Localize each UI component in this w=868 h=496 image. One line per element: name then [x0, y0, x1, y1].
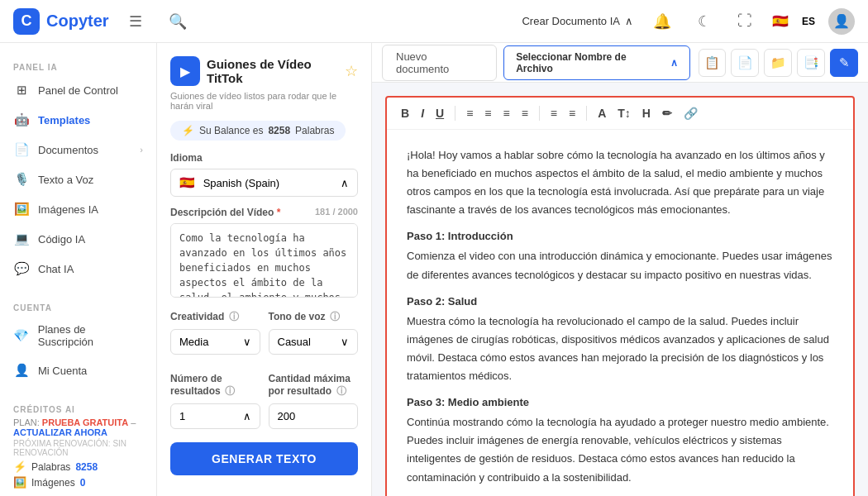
- char-count: 181 / 2000: [315, 207, 358, 217]
- pen-button[interactable]: ✏: [658, 104, 676, 122]
- heading-button[interactable]: H: [638, 104, 655, 122]
- num-results-info-icon: ⓘ: [225, 385, 235, 397]
- editor-wrapper: B I U ≡ ≡ ≡ ≡ ≡ ≡ A T↕ H ✏ 🔗: [372, 83, 868, 496]
- avatar[interactable]: 👤: [828, 8, 855, 35]
- chevron-down-icon: ∨: [243, 336, 251, 348]
- imagenes-icon: 🖼️: [13, 202, 30, 217]
- sidebar-label-planes: Planes de Suscripción: [38, 323, 143, 348]
- list-unordered-button[interactable]: ≡: [565, 104, 579, 122]
- font-size-button[interactable]: T↕: [613, 104, 635, 122]
- words-count-row: ⚡ Palabras 8258: [13, 460, 143, 473]
- format-separator-2: [539, 106, 540, 121]
- sidebar-item-planes[interactable]: 💎 Planes de Suscripción: [0, 316, 156, 355]
- align-right-button[interactable]: ≡: [498, 104, 513, 122]
- toolbar-folder-icon[interactable]: 📁: [764, 49, 792, 77]
- expand-icon[interactable]: ⛶: [731, 9, 759, 33]
- star-icon[interactable]: ☆: [345, 62, 358, 80]
- underline-button[interactable]: U: [432, 104, 448, 122]
- max-result-info-icon: ⓘ: [336, 385, 346, 397]
- font-color-button[interactable]: A: [594, 104, 610, 122]
- toolbar-pages-icon[interactable]: 📑: [797, 49, 825, 77]
- editor-content[interactable]: ¡Hola! Hoy vamos a hablar sobre cómo la …: [387, 130, 853, 496]
- italic-button[interactable]: I: [417, 104, 428, 122]
- template-title: Guiones de Vídeo TitTok: [207, 57, 338, 85]
- update-plan-button[interactable]: ACTUALIZAR AHORA: [13, 427, 107, 437]
- desc-label: Descripción del Vídeo * 181 / 2000: [170, 207, 358, 218]
- mi-cuenta-icon: 👤: [13, 363, 30, 378]
- language-label: ES: [802, 16, 815, 27]
- idioma-select[interactable]: 🇪🇸 Spanish (Spain) ∧: [170, 169, 358, 197]
- toolbar-blue-icon[interactable]: ✎: [830, 49, 858, 77]
- notifications-icon[interactable]: 🔔: [646, 9, 678, 34]
- num-results-select[interactable]: 1 ∧: [170, 403, 260, 429]
- step-2-body: Muestra cómo la tecnología ha revolucion…: [407, 312, 833, 385]
- num-results-value: 1: [179, 410, 185, 422]
- sidebar-item-chat-ia[interactable]: 💬 Chat IA: [0, 254, 156, 284]
- balance-icon: ⚡: [182, 125, 194, 136]
- logo-name: Copyter: [46, 12, 109, 31]
- chevron-right-icon: ›: [140, 145, 143, 155]
- tono-label: Tono de voz ⓘ: [269, 310, 359, 324]
- list-ordered-button[interactable]: ≡: [546, 104, 561, 122]
- format-bar: B I U ≡ ≡ ≡ ≡ ≡ ≡ A T↕ H ✏ 🔗: [387, 98, 853, 130]
- sidebar-item-imagenes-ia[interactable]: 🖼️ Imágenes IA: [0, 194, 156, 224]
- desc-textarea[interactable]: [170, 223, 358, 298]
- hamburger-icon[interactable]: ☰: [122, 9, 149, 34]
- words-label: Palabras: [31, 461, 70, 473]
- step-2-title: Paso 2: Salud: [407, 293, 833, 311]
- generate-text-button[interactable]: GENERAR TEXTO: [170, 442, 358, 475]
- sidebar-label-codigo-ia: Código IA: [38, 233, 85, 246]
- balance-unit: Palabras: [295, 125, 334, 136]
- sidebar-item-codigo-ia[interactable]: 💻 Código IA: [0, 224, 156, 254]
- select-filename-tab[interactable]: Seleccionar Nombre de Archivo ∧: [503, 45, 689, 80]
- format-separator-1: [455, 106, 455, 121]
- new-document-tab[interactable]: Nuevo documento: [382, 45, 497, 81]
- grid-icon: ⊞: [13, 83, 30, 98]
- words-icon: ⚡: [13, 460, 26, 473]
- right-panel: Nuevo documento Seleccionar Nombre de Ar…: [372, 43, 868, 496]
- chat-icon: 💬: [13, 261, 30, 276]
- search-icon[interactable]: 🔍: [162, 9, 193, 34]
- dark-mode-icon[interactable]: ☾: [691, 9, 718, 34]
- step-1-body: Comienza el video con una introducción d…: [407, 247, 833, 284]
- sidebar-label-templates: Templates: [38, 114, 90, 126]
- sidebar-item-documentos[interactable]: 📄 Documentos ›: [0, 135, 156, 165]
- bold-button[interactable]: B: [397, 104, 413, 122]
- sidebar-item-texto-voz[interactable]: 🎙️ Texto a Voz: [0, 165, 156, 194]
- tono-select[interactable]: Casual ∨: [269, 329, 359, 355]
- max-result-input[interactable]: 200: [269, 403, 359, 429]
- sidebar-label-chat-ia: Chat IA: [38, 263, 74, 275]
- creativity-tono-row: Creatividad ⓘ Media ∨ Tono de voz ⓘ Casu…: [170, 300, 358, 355]
- sidebar-item-mi-cuenta[interactable]: 👤 Mi Cuenta: [0, 355, 156, 385]
- images-label: Imágenes: [31, 477, 75, 489]
- chevron-up-icon-name: ∧: [670, 57, 678, 69]
- num-max-row: Número de resultados ⓘ 1 ∧ Cantidad máxi…: [170, 363, 358, 429]
- renewal-label: PRÓXIMA RENOVACIÓN: SIN RENOVACIÓN: [13, 439, 143, 457]
- sidebar-item-templates[interactable]: 🤖 Templates: [0, 105, 156, 135]
- sidebar-item-panel-control[interactable]: ⊞ Panel de Control: [0, 75, 156, 105]
- num-results-label: Número de resultados ⓘ: [170, 373, 260, 398]
- templates-icon: 🤖: [13, 112, 30, 127]
- images-icon: 🖼️: [13, 476, 26, 489]
- idioma-flag: 🇪🇸: [179, 175, 195, 189]
- align-left-button[interactable]: ≡: [462, 104, 477, 122]
- toolbar-doc-icon[interactable]: 📄: [731, 49, 759, 77]
- sidebar-label-mi-cuenta: Mi Cuenta: [38, 365, 87, 377]
- credits-section: CRÉDITOS AI PLAN: PRUEBA GRATUITA – ACTU…: [0, 398, 156, 495]
- balance-text: Su Balance es: [199, 125, 263, 136]
- sidebar-label-documentos: Documentos: [38, 144, 98, 156]
- create-doc-button[interactable]: Crear Documento IA ∧: [522, 15, 633, 27]
- panel-ia-label: PANEL IA: [0, 56, 156, 75]
- link-button[interactable]: 🔗: [680, 104, 702, 122]
- tono-info-icon: ⓘ: [330, 311, 340, 322]
- images-count: 0: [80, 477, 86, 489]
- format-separator-3: [586, 106, 587, 121]
- toolbar-copy-icon[interactable]: 📋: [699, 49, 727, 77]
- align-justify-button[interactable]: ≡: [517, 104, 532, 122]
- align-center-button[interactable]: ≡: [480, 104, 495, 122]
- template-icon: ▶: [170, 56, 200, 86]
- top-nav: C Copyter ☰ 🔍 Crear Documento IA ∧ 🔔 ☾ ⛶…: [0, 0, 868, 43]
- center-panel: ▶ Guiones de Vídeo TitTok ☆ Guiones de v…: [157, 43, 372, 496]
- creatividad-select[interactable]: Media ∨: [170, 329, 260, 355]
- plan-free-label: PRUEBA GRATUITA: [42, 417, 128, 427]
